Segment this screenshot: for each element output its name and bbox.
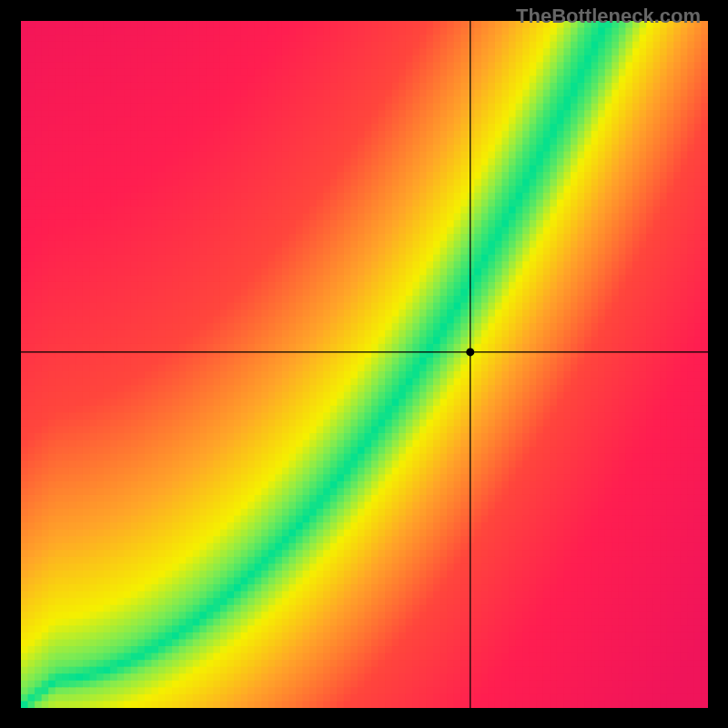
watermark-text: TheBottleneck.com bbox=[516, 5, 701, 28]
bottleneck-heatmap bbox=[21, 21, 708, 708]
chart-container: TheBottleneck.com bbox=[0, 0, 728, 728]
